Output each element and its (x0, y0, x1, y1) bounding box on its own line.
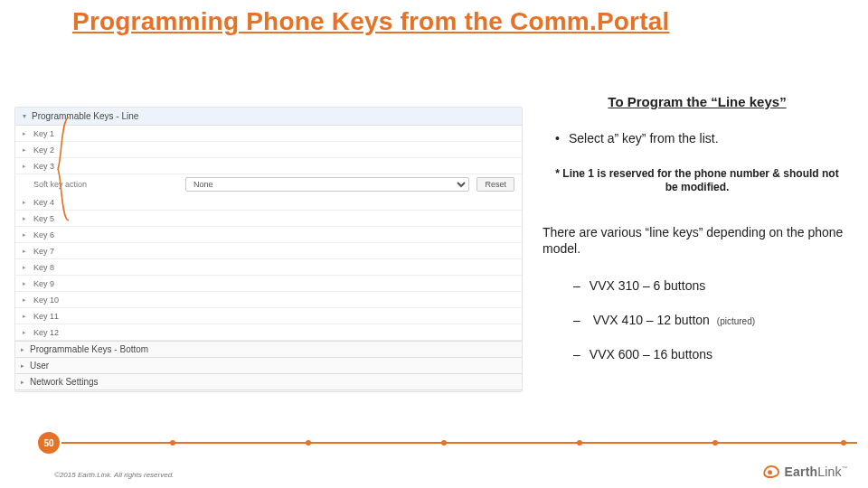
paragraph-models: There are various “line keys” depending … (542, 225, 848, 257)
key-row[interactable]: ▸Key 5 (15, 211, 522, 227)
key-row[interactable]: ▸Key 2 (15, 142, 522, 158)
key-row[interactable]: ▸Key 6 (15, 227, 522, 243)
chevron-right-icon: ▸ (23, 215, 28, 222)
page-number-badge: 50 (38, 432, 60, 454)
key-label: Key 8 (33, 263, 54, 272)
key-label: Key 5 (33, 214, 54, 223)
soft-key-action-label: Soft key action (33, 180, 178, 189)
key-row[interactable]: ▸Key 10 (15, 292, 522, 308)
model-vvx600: VVX 600 – 16 buttons (573, 347, 852, 361)
key-label: Key 3 (33, 162, 54, 171)
panel-header-label: Programmable Keys - Line (32, 111, 138, 121)
section-label: Network Settings (30, 377, 99, 387)
key-row[interactable]: ▸Key 11 (15, 308, 522, 324)
chevron-right-icon: ▸ (21, 346, 24, 353)
section-label: Programmable Keys - Bottom (30, 344, 148, 354)
chevron-right-icon: ▸ (23, 248, 28, 255)
settings-section-row[interactable]: ▸User (15, 357, 522, 373)
model-vvx410-main: VVX 410 – 12 button (593, 313, 710, 327)
key-row[interactable]: ▸Key 9 (15, 276, 522, 292)
chevron-right-icon: ▸ (23, 163, 28, 170)
key-row[interactable]: ▸Key 3 (15, 158, 522, 174)
key-row[interactable]: ▸Key 4 (15, 194, 522, 211)
section-label: User (30, 361, 49, 371)
model-vvx410-pictured: (pictured) (717, 316, 755, 326)
instructions-column: To Program the “Line keys” Select a” key… (542, 94, 852, 381)
chevron-right-icon: ▸ (23, 313, 28, 320)
soft-key-action-select[interactable]: None (185, 177, 469, 192)
brand-word-2: Link (817, 465, 841, 479)
decorative-dotline (61, 442, 857, 444)
key-label: Key 11 (33, 312, 59, 321)
section-list: ▸Programmable Keys - Bottom▸User▸Network… (15, 341, 522, 392)
settings-section-row[interactable]: ▸Network Settings (15, 373, 522, 389)
chevron-right-icon: ▸ (23, 199, 28, 206)
note-line1-reserved: * Line 1 is reserved for the phone numbe… (548, 167, 846, 194)
chevron-right-icon: ▸ (23, 130, 28, 137)
earthlink-orb-icon (762, 465, 780, 479)
chevron-right-icon: ▸ (23, 280, 28, 287)
settings-section-row[interactable]: ▸Programmable Keys - Bottom (15, 341, 522, 357)
copyright-text: ©2015 Earth.Link. All rights reserved. (54, 471, 174, 479)
model-vvx410: VVX 410 – 12 button (pictured) (573, 313, 852, 327)
settings-panel: ▾ Programmable Keys - Line ▸Key 1▸Key 2▸… (14, 107, 523, 392)
key-label: Key 10 (33, 296, 59, 305)
brand-logo: EarthLink™ (763, 465, 848, 479)
chevron-right-icon: ▸ (23, 329, 28, 336)
key-row[interactable]: ▸Key 8 (15, 259, 522, 276)
chevron-right-icon: ▸ (23, 296, 28, 304)
brand-word-1: Earth (785, 465, 818, 479)
key-list: ▸Key 1▸Key 2▸Key 3Soft key actionNoneRes… (15, 126, 522, 341)
chevron-right-icon: ▸ (21, 379, 24, 386)
key-label: Key 1 (33, 129, 54, 138)
slide-footer: 50 ©2015 Earth.Link. All rights reserved… (0, 432, 868, 488)
key-label: Key 6 (33, 230, 54, 239)
key-label: Key 7 (33, 247, 54, 256)
chevron-right-icon: ▸ (23, 231, 28, 239)
key-label: Key 4 (33, 198, 54, 207)
chevron-down-icon: ▾ (23, 112, 26, 120)
key-label: Key 2 (33, 145, 54, 155)
reset-button[interactable]: Reset (476, 177, 514, 192)
key-row[interactable]: ▸Key 7 (15, 243, 522, 259)
chevron-right-icon: ▸ (21, 362, 24, 370)
chevron-right-icon: ▸ (23, 146, 28, 154)
key-action-subrow: Soft key actionNoneReset (15, 174, 522, 194)
trademark-icon: ™ (842, 465, 848, 472)
bullet-select-key: Select a” key” from the list. (555, 131, 852, 145)
subheading: To Program the “Line keys” (542, 94, 852, 109)
panel-header-programmable-keys-line[interactable]: ▾ Programmable Keys - Line (15, 108, 522, 126)
chevron-right-icon: ▸ (23, 264, 28, 271)
key-row[interactable]: ▸Key 12 (15, 324, 522, 341)
key-row[interactable]: ▸Key 1 (15, 126, 522, 142)
model-vvx310: VVX 310 – 6 buttons (573, 278, 852, 293)
key-label: Key 9 (33, 279, 54, 288)
settings-section-row[interactable]: ▸Paging Groups (15, 389, 522, 392)
key-label: Key 12 (33, 328, 59, 337)
page-title: Programming Phone Keys from the Comm.Por… (72, 7, 670, 36)
